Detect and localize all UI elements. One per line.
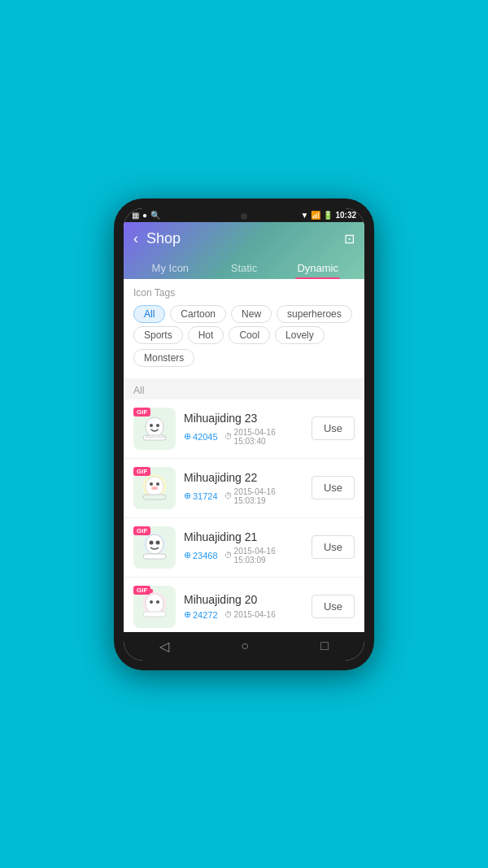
phone-frame: ▦ ● 🔍 ▼ 📶 🔋 10:32 ‹ Shop ⊡ My Icon: [114, 198, 374, 670]
item-info: Mihuajiding 21 ⊕ 23468 ⏱ 2015-04-1615:03…: [184, 530, 303, 565]
gif-badge: GIF: [133, 467, 150, 476]
item-date: ⏱ 2015-04-16: [224, 610, 276, 619]
item-count: ⊕ 23468: [184, 550, 218, 560]
svg-rect-4: [143, 435, 166, 440]
download-icon: ⊕: [184, 550, 191, 560]
svg-rect-15: [143, 554, 166, 559]
tag-monsters[interactable]: Monsters: [133, 349, 194, 367]
tag-cool[interactable]: Cool: [229, 326, 270, 344]
tag-lovely[interactable]: Lovely: [275, 326, 325, 344]
list-item: GIF Mihu: [124, 578, 364, 632]
svg-point-1: [146, 417, 163, 437]
svg-point-19: [156, 600, 159, 604]
tag-all[interactable]: All: [133, 305, 165, 323]
item-icon-container: GIF: [133, 526, 176, 569]
tags-section: Icon Tags All Cartoon New superheroes Sp…: [124, 279, 364, 378]
search-status-icon: 🔍: [150, 211, 160, 220]
tag-cartoon[interactable]: Cartoon: [170, 305, 226, 323]
page-title: Shop: [146, 230, 344, 247]
svg-point-12: [146, 534, 163, 554]
battery-icon: 🔋: [323, 211, 333, 220]
svg-point-17: [146, 594, 163, 613]
back-button[interactable]: ‹: [133, 229, 143, 249]
item-date: ⏱ 2015-04-1615:03:19: [224, 487, 276, 505]
clock-icon: ⏱: [224, 432, 233, 441]
svg-point-14: [156, 540, 160, 544]
clock-icon: ⏱: [224, 610, 233, 619]
item-count: ⊕ 24272: [184, 609, 218, 620]
header-row: ‹ Shop ⊡: [133, 229, 355, 249]
tag-superheroes[interactable]: superheroes: [277, 305, 352, 323]
item-meta: ⊕ 42045 ⏱ 2015-04-1615:03:40: [184, 428, 303, 446]
use-button-4[interactable]: Use: [312, 595, 355, 618]
svg-point-8: [156, 482, 159, 486]
item-info: Mihuajiding 20 ⊕ 24272 ⏱ 2015-04-16: [184, 593, 303, 620]
item-date: ⏱ 2015-04-1615:03:09: [224, 547, 276, 565]
tags-row-2: Sports Hot Cool Lovely Monsters: [133, 326, 355, 367]
gif-badge: GIF: [133, 586, 150, 595]
item-meta: ⊕ 23468 ⏱ 2015-04-1615:03:09: [184, 547, 303, 565]
svg-point-7: [150, 482, 153, 486]
use-button-3[interactable]: Use: [312, 535, 355, 559]
tag-new[interactable]: New: [231, 305, 272, 323]
wifi-icon: ▼: [301, 211, 309, 220]
svg-point-9: [151, 486, 158, 490]
status-right-icons: ▼ 📶 🔋 10:32: [301, 211, 356, 220]
gif-badge: GIF: [133, 408, 150, 417]
item-name: Mihuajiding 21: [184, 530, 303, 543]
item-name: Mihuajiding 23: [184, 412, 303, 425]
filter-label: All: [124, 378, 364, 399]
item-count: ⊕ 42045: [184, 431, 218, 442]
item-date: ⏱ 2015-04-1615:03:40: [224, 428, 276, 446]
item-icon-container: GIF: [133, 408, 176, 450]
list-item: GIF: [124, 399, 364, 459]
shop-bag-icon[interactable]: ⊡: [344, 231, 355, 246]
tag-hot[interactable]: Hot: [188, 326, 224, 344]
tab-my-icon[interactable]: My Icon: [133, 255, 207, 279]
navigation-bar: ◁ ○ □: [124, 632, 364, 661]
tag-sports[interactable]: Sports: [133, 326, 183, 344]
download-icon: ⊕: [184, 491, 191, 501]
image-status-icon: ▦: [132, 211, 139, 220]
item-icon-container: GIF: [133, 467, 176, 509]
svg-point-13: [150, 540, 154, 544]
phone-screen: ▦ ● 🔍 ▼ 📶 🔋 10:32 ‹ Shop ⊡ My Icon: [124, 208, 364, 661]
clock: 10:32: [335, 211, 356, 220]
use-button-2[interactable]: Use: [312, 476, 355, 499]
tags-label: Icon Tags: [133, 287, 355, 299]
list-item: GIF Mihu: [124, 518, 364, 578]
tab-dynamic[interactable]: Dynamic: [281, 255, 355, 279]
svg-rect-21: [143, 612, 166, 617]
recent-nav-icon[interactable]: □: [320, 639, 329, 653]
svg-point-2: [150, 424, 153, 427]
items-list: GIF: [124, 399, 364, 632]
item-name: Mihuajiding 20: [184, 593, 303, 606]
list-item: GIF Mihu: [124, 459, 364, 518]
item-name: Mihuajiding 22: [184, 471, 303, 484]
tabs-container: My Icon Static Dynamic: [133, 255, 355, 279]
tags-row-1: All Cartoon New superheroes: [133, 305, 355, 323]
item-count: ⊕ 31724: [184, 491, 218, 501]
svg-point-3: [156, 424, 159, 427]
item-icon-container: GIF: [133, 586, 176, 628]
item-info: Mihuajiding 23 ⊕ 42045 ⏱ 2015-04-1615:03…: [184, 412, 303, 446]
clock-icon: ⏱: [224, 551, 233, 560]
back-nav-icon[interactable]: ◁: [159, 639, 169, 654]
download-icon: ⊕: [184, 431, 191, 442]
dot-status-icon: ●: [142, 211, 147, 220]
item-meta: ⊕ 24272 ⏱ 2015-04-16: [184, 609, 303, 620]
status-bar: ▦ ● 🔍 ▼ 📶 🔋 10:32: [124, 208, 364, 222]
status-left-icons: ▦ ● 🔍: [132, 211, 160, 220]
home-nav-icon[interactable]: ○: [241, 639, 249, 653]
item-meta: ⊕ 31724 ⏱ 2015-04-1615:03:19: [184, 487, 303, 505]
download-icon: ⊕: [184, 609, 191, 620]
tab-static[interactable]: Static: [207, 255, 281, 279]
gif-badge: GIF: [133, 526, 150, 535]
svg-point-18: [150, 600, 153, 604]
use-button-1[interactable]: Use: [312, 417, 355, 440]
signal-icon: 📶: [311, 211, 320, 220]
clock-icon: ⏱: [224, 491, 233, 500]
item-info: Mihuajiding 22 ⊕ 31724 ⏱ 2015-04-1615:03…: [184, 471, 303, 505]
svg-rect-10: [143, 495, 166, 499]
header: ‹ Shop ⊡ My Icon Static Dynamic: [124, 222, 364, 279]
